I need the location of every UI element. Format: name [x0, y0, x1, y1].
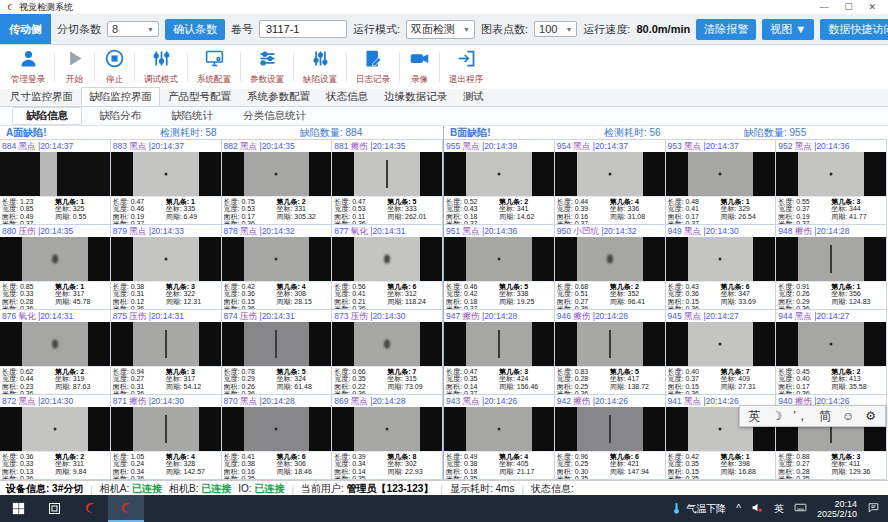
taskbar-active-app[interactable]	[108, 495, 144, 522]
slit-count-select[interactable]: 8 ▼	[107, 21, 159, 37]
toolbar-button-debug[interactable]: 调试模式	[135, 48, 187, 86]
defect-cell[interactable]: 948 擦伤 |20:14:28长度: 0.91宽度: 0.26面积: 0.29…	[776, 225, 887, 310]
defect-field-width: 宽度: 0.39	[557, 205, 610, 212]
sub-tab-1[interactable]: 缺陷信息	[12, 107, 82, 125]
tray-expand-button[interactable]: ^	[736, 503, 741, 514]
start-button[interactable]	[0, 495, 36, 522]
ime-keyboard-icon[interactable]	[794, 501, 807, 516]
defect-cell[interactable]: 945 黑点 |20:14:27长度: 0.40宽度: 0.37面积: 0.15…	[666, 310, 777, 395]
main-tab-5[interactable]: 状态信息	[318, 87, 376, 106]
defect-cell[interactable]: 874 压伤 |20:14:31长度: 0.78宽度: 0.29面积: 0.26…	[222, 310, 333, 395]
defect-field-area: 面积: 0.23	[2, 383, 55, 390]
ime-simplified-toggle[interactable]: 简	[819, 408, 831, 425]
defect-info: 长度: 0.47宽度: 0.35面积: 0.14米数: 0.37第几条: 3坐标…	[444, 366, 554, 395]
main-tab-3[interactable]: 产品型号配置	[160, 87, 239, 106]
defect-cell[interactable]: 876 氧化 |20:14:31长度: 0.62宽度: 0.44面积: 0.23…	[0, 310, 111, 395]
view-menu-button[interactable]: 视图 ▼	[762, 19, 814, 40]
defect-cell[interactable]: 942 擦伤 |20:14:26长度: 0.96宽度: 0.25面积: 0.30…	[555, 395, 666, 480]
sub-tab-2[interactable]: 缺陷分布	[86, 108, 154, 124]
defect-cell[interactable]: 943 黑点 |20:14:26长度: 0.49宽度: 0.38面积: 0.18…	[444, 395, 555, 480]
defect-cell[interactable]: 880 压伤 |20:14:35长度: 0.85宽度: 0.33面积: 0.28…	[0, 225, 111, 310]
taskbar-clock[interactable]: 20:142025/2/10	[817, 499, 857, 519]
toolbar-button-camera[interactable]: 录像	[400, 48, 439, 86]
defect-cell[interactable]: 951 黑点 |20:14:36长度: 0.46宽度: 0.42面积: 0.18…	[444, 225, 555, 310]
toolbar-button-play[interactable]: 开始	[55, 48, 94, 86]
toolbar-button-stop[interactable]: 停止	[95, 48, 134, 86]
defect-cell[interactable]: 872 黑点 |20:14:30长度: 0.36宽度: 0.33面积: 0.13…	[0, 395, 111, 480]
chart-points-select[interactable]: 100 ▼	[534, 21, 577, 37]
defect-info-right: 第几条: 3坐标: 317周期: 54.12	[166, 368, 219, 395]
toolbar-button-log[interactable]: 日志记录	[347, 48, 399, 86]
action-center-icon[interactable]	[867, 501, 880, 516]
defect-id: 884	[2, 141, 19, 151]
defect-info-left: 长度: 0.66宽度: 0.35面积: 0.22米数: 0.36	[334, 368, 387, 395]
defect-id: 882	[224, 141, 241, 151]
coil-number-input[interactable]: 3117-1	[259, 20, 347, 38]
defect-field-width: 宽度: 0.38	[224, 460, 277, 467]
defect-info-left: 长度: 0.96宽度: 0.25面积: 0.30米数: 0.35	[557, 453, 610, 480]
main-tab-6[interactable]: 边缘数据记录	[376, 87, 455, 106]
quick-data-menu-button[interactable]: 数据快捷访问 ▼	[820, 19, 888, 40]
toolbar-button-defect[interactable]: 缺陷设置	[294, 48, 346, 86]
defect-cell[interactable]: 877 氧化 |20:14:31长度: 0.56宽度: 0.41面积: 0.21…	[332, 225, 443, 310]
ime-emoji-icon[interactable]: ☺	[842, 409, 854, 423]
ime-lang-toggle[interactable]: 英	[749, 408, 761, 425]
defect-cell[interactable]: 870 黑点 |20:14:28长度: 0.41宽度: 0.38面积: 0.16…	[222, 395, 333, 480]
main-tab-4[interactable]: 系统参数配置	[239, 87, 318, 106]
defect-time: |20:14:36	[814, 141, 849, 151]
defect-cell[interactable]: 949 黑点 |20:14:30长度: 0.43宽度: 0.36面积: 0.15…	[666, 225, 777, 310]
sub-tab-4[interactable]: 分类信息统计	[230, 108, 319, 124]
ime-settings-icon[interactable]: ⚙	[865, 409, 876, 423]
main-tab-7[interactable]: 测试	[455, 87, 492, 106]
defect-cell[interactable]: 881 擦伤 |20:14:35长度: 0.47宽度: 0.53面积: 0.11…	[332, 140, 443, 225]
defect-cell[interactable]: 878 黑点 |20:14:32长度: 0.42宽度: 0.36面积: 0.15…	[222, 225, 333, 310]
toolbar-button-exit[interactable]: 退出程序	[440, 48, 492, 86]
defect-cell[interactable]: 875 压伤 |20:14:31长度: 0.94宽度: 0.27面积: 0.31…	[111, 310, 222, 395]
taskbar-app-icon[interactable]	[72, 495, 108, 522]
defect-id: 876	[2, 311, 19, 321]
main-tab-1[interactable]: 尺寸监控界面	[2, 87, 81, 106]
task-view-button[interactable]	[36, 495, 72, 522]
defect-cell[interactable]: 869 黑点 |20:14:28长度: 0.39宽度: 0.34面积: 0.14…	[332, 395, 443, 480]
defect-cell[interactable]: 879 黑点 |20:14:33长度: 0.38宽度: 0.31面积: 0.12…	[111, 225, 222, 310]
ime-punctuation-icon[interactable]: ’，	[793, 408, 808, 425]
defect-cell[interactable]: 950 小凹坑 |20:14:32长度: 0.68宽度: 0.51面积: 0.2…	[555, 225, 666, 310]
maximize-button[interactable]: ☐	[844, 2, 852, 12]
defect-cell[interactable]: 954 黑点 |20:14:37长度: 0.44宽度: 0.39面积: 0.16…	[555, 140, 666, 225]
defect-cell[interactable]: 882 黑点 |20:14:35长度: 0.75宽度: 0.53面积: 0.17…	[222, 140, 333, 225]
toolbar-button-user[interactable]: 管理登录	[2, 48, 54, 86]
language-indicator[interactable]: 英	[774, 502, 784, 516]
ime-fullhalf-icon[interactable]: ☽	[772, 409, 783, 423]
defect-cell[interactable]: 873 压伤 |20:14:30长度: 0.66宽度: 0.35面积: 0.22…	[332, 310, 443, 395]
minimize-button[interactable]: —	[819, 2, 828, 12]
toolbar-button-system[interactable]: 系统配置	[188, 48, 240, 86]
defect-cell[interactable]: 944 黑点 |20:14:27长度: 0.45宽度: 0.40面积: 0.17…	[776, 310, 887, 395]
sub-tab-3[interactable]: 缺陷统计	[158, 108, 226, 124]
defect-field-area: 面积: 0.15	[668, 298, 721, 305]
defect-field-width: 宽度: 0.33	[2, 290, 55, 297]
defect-cell[interactable]: 871 擦伤 |20:14:30长度: 1.05宽度: 0.24面积: 0.34…	[111, 395, 222, 480]
clear-alarm-button[interactable]: 清除报警	[696, 19, 756, 40]
defect-image	[222, 322, 332, 366]
defect-field-strip: 第几条: 3	[831, 453, 884, 460]
defect-cell[interactable]: 883 黑点 |20:14:37长度: 0.47宽度: 0.46面积: 0.19…	[111, 140, 222, 225]
defect-cell[interactable]: 947 擦伤 |20:14:28长度: 0.47宽度: 0.35面积: 0.14…	[444, 310, 555, 395]
defect-time: |20:14:35	[38, 226, 73, 236]
panel-side-a: A面缺陷! 检测耗时: 58 缺陷数量: 884 884 黑点 |20:14:3…	[0, 126, 444, 480]
defect-cell[interactable]: 952 黑点 |20:14:36长度: 0.55宽度: 0.37面积: 0.19…	[776, 140, 887, 225]
defect-info-left: 长度: 0.47宽度: 0.46面积: 0.19米数: 0.37	[113, 198, 166, 225]
weather-indicator[interactable]: 气温下降	[670, 502, 726, 516]
defect-cell[interactable]: 953 黑点 |20:14:37长度: 0.48宽度: 0.41面积: 0.17…	[666, 140, 777, 225]
volume-icon[interactable]	[751, 501, 764, 516]
defect-cell[interactable]: 955 黑点 |20:14:39长度: 0.52宽度: 0.43面积: 0.18…	[444, 140, 555, 225]
defect-cell[interactable]: 884 黑点 |20:14:37长度: 1.23宽度: 0.85面积: 0.49…	[0, 140, 111, 225]
defect-cell[interactable]: 946 擦伤 |20:14:28长度: 0.83宽度: 0.28面积: 0.25…	[555, 310, 666, 395]
main-tab-2[interactable]: 缺陷监控界面	[81, 87, 160, 106]
confirm-count-button[interactable]: 确认条数	[165, 19, 225, 40]
defect-field-strip: 第几条: 1	[55, 283, 108, 290]
drive-side-button[interactable]: 传动侧	[0, 14, 51, 44]
close-button[interactable]: ✕	[868, 2, 876, 12]
defect-cell-header: 876 氧化 |20:14:31	[0, 310, 110, 322]
toolbar-button-params[interactable]: 参数设置	[241, 48, 293, 86]
run-mode-select[interactable]: 双面检测 ▼	[406, 20, 475, 39]
